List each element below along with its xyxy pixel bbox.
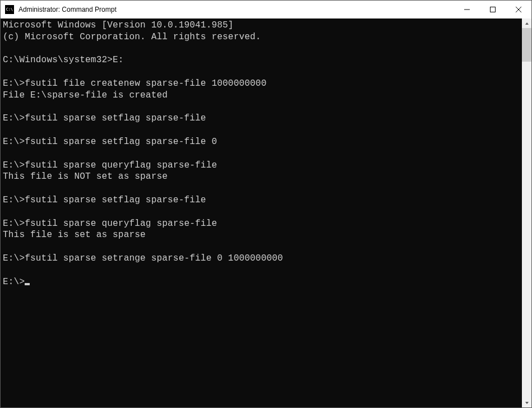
terminal-line bbox=[3, 241, 520, 253]
terminal-line: File E:\sparse-file is created bbox=[3, 90, 520, 101]
vertical-scrollbar[interactable] bbox=[522, 18, 531, 407]
titlebar[interactable]: C:\ Administrator: Command Prompt bbox=[1, 1, 531, 18]
maximize-icon bbox=[490, 7, 496, 12]
terminal-line bbox=[3, 206, 520, 218]
terminal-content[interactable]: Microsoft Windows [Version 10.0.19041.98… bbox=[1, 18, 522, 407]
svg-marker-5 bbox=[525, 402, 529, 404]
terminal-line: Microsoft Windows [Version 10.0.19041.98… bbox=[3, 20, 520, 31]
minimize-button[interactable] bbox=[454, 1, 480, 18]
chevron-up-icon bbox=[525, 21, 529, 26]
terminal-line: E:\>fsutil sparse setrange sparse-file 0… bbox=[3, 253, 520, 265]
svg-marker-4 bbox=[525, 22, 529, 25]
maximize-button[interactable] bbox=[480, 1, 506, 18]
terminal-line bbox=[3, 148, 520, 160]
scroll-up-button[interactable] bbox=[522, 18, 531, 28]
svg-rect-1 bbox=[491, 7, 496, 12]
terminal-line bbox=[3, 265, 520, 276]
terminal-line: E:\>fsutil sparse queryflag sparse-file bbox=[3, 160, 520, 171]
terminal-line: E:\>fsutil sparse queryflag sparse-file bbox=[3, 218, 520, 230]
terminal-line: This file is NOT set as sparse bbox=[3, 171, 520, 183]
scroll-down-button[interactable] bbox=[522, 398, 531, 407]
terminal-wrapper: Microsoft Windows [Version 10.0.19041.98… bbox=[1, 18, 531, 407]
terminal-line: E:\>fsutil sparse setflag sparse-file 0 bbox=[3, 136, 520, 148]
window-controls bbox=[454, 1, 531, 18]
terminal-line: E:\> bbox=[3, 276, 520, 288]
app-icon-label: C:\ bbox=[6, 8, 13, 12]
terminal-line bbox=[3, 101, 520, 113]
terminal-line: This file is set as sparse bbox=[3, 229, 520, 241]
window-title: Administrator: Command Prompt bbox=[17, 6, 454, 13]
terminal-line bbox=[3, 66, 520, 78]
terminal-line: (c) Microsoft Corporation. All rights re… bbox=[3, 31, 520, 43]
cursor bbox=[25, 283, 30, 285]
scrollbar-track[interactable] bbox=[522, 28, 531, 398]
scrollbar-thumb[interactable] bbox=[522, 28, 531, 62]
terminal-line: C:\Windows\system32>E: bbox=[3, 54, 520, 66]
terminal-line bbox=[3, 43, 520, 55]
close-icon bbox=[516, 7, 521, 12]
close-button[interactable] bbox=[506, 1, 531, 18]
command-prompt-window: C:\ Administrator: Command Prompt Micros… bbox=[0, 0, 532, 408]
terminal-line bbox=[3, 183, 520, 194]
terminal-line: E:\>fsutil sparse setflag sparse-file bbox=[3, 194, 520, 206]
terminal-line: E:\>fsutil file createnew sparse-file 10… bbox=[3, 78, 520, 90]
chevron-down-icon bbox=[525, 401, 529, 405]
minimize-icon bbox=[464, 7, 470, 12]
terminal-line: E:\>fsutil sparse setflag sparse-file bbox=[3, 113, 520, 124]
terminal-line bbox=[3, 124, 520, 136]
app-icon: C:\ bbox=[5, 5, 14, 14]
